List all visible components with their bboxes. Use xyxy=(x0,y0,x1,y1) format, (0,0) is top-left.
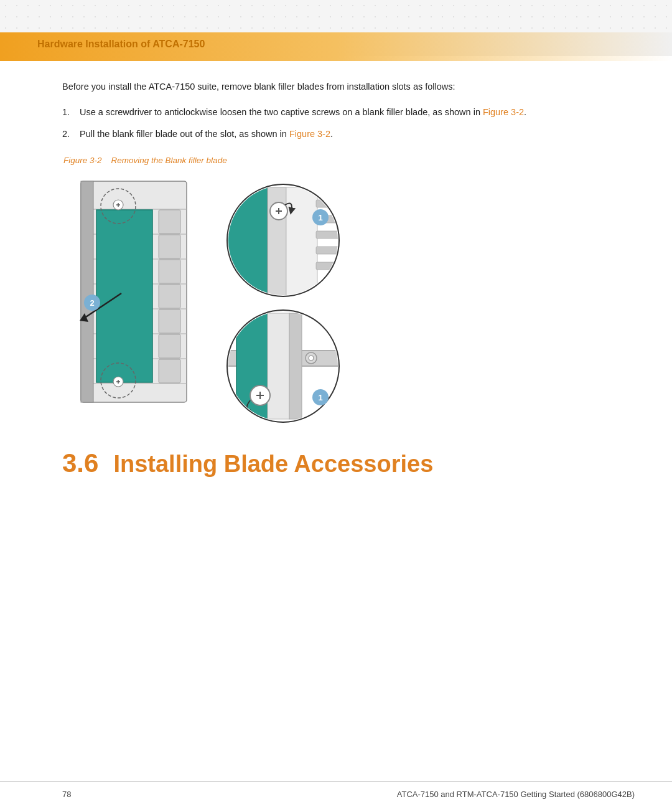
section-title: Installing Blade Accessories xyxy=(113,452,433,476)
svg-rect-10 xyxy=(159,235,180,258)
figure-title: Removing the Blank filler blade xyxy=(111,156,227,165)
figure-link-2[interactable]: Figure 3-2 xyxy=(289,129,330,139)
header-title-bar: Hardware Installation of ATCA-7150 xyxy=(0,32,672,56)
svg-rect-15 xyxy=(159,359,180,383)
chassis-diagram: 2 xyxy=(62,175,199,412)
svg-rect-16 xyxy=(96,210,152,382)
svg-rect-52 xyxy=(268,313,289,419)
header-title: Hardware Installation of ATCA-7150 xyxy=(37,39,205,50)
svg-text:1: 1 xyxy=(318,393,322,402)
svg-rect-35 xyxy=(316,200,341,207)
bottom-screw-diagram: 1 xyxy=(212,307,355,425)
document-title: ATCA-7150 and RTM-ATCA-7150 Getting Star… xyxy=(397,790,635,799)
svg-rect-11 xyxy=(159,260,180,283)
svg-point-44 xyxy=(330,200,336,206)
page-number: 78 xyxy=(62,790,71,799)
list-item: 1. Use a screwdriver to anticlockwise lo… xyxy=(62,105,622,120)
svg-point-55 xyxy=(309,356,314,361)
top-screw-diagram: 1 xyxy=(212,181,355,300)
section-number: 3.6 xyxy=(62,450,98,476)
svg-rect-12 xyxy=(159,285,180,308)
diagram-area: 2 xyxy=(62,175,622,425)
step-number: 1. xyxy=(62,105,80,120)
step-number: 2. xyxy=(62,127,80,141)
header-area: Hardware Installation of ATCA-7150 xyxy=(0,0,672,56)
step-text: Pull the blank filler blade out of the s… xyxy=(80,127,622,141)
svg-rect-53 xyxy=(289,313,302,419)
svg-rect-9 xyxy=(159,210,180,234)
main-content: Before you install the ATCA-7150 suite, … xyxy=(0,61,672,495)
step-text: Use a screwdriver to anticlockwise loose… xyxy=(80,105,622,120)
right-diagrams: 1 xyxy=(212,181,355,425)
svg-rect-14 xyxy=(159,334,180,358)
svg-rect-32 xyxy=(224,187,268,296)
figure-link-1[interactable]: Figure 3-2 xyxy=(483,107,524,117)
svg-rect-17 xyxy=(81,181,93,402)
orange-divider xyxy=(0,56,672,61)
figure-caption: Figure 3-2 Removing the Blank filler bla… xyxy=(63,156,622,165)
svg-text:1: 1 xyxy=(318,213,322,222)
left-diagram: 2 xyxy=(62,175,199,412)
figure-label: Figure 3-2 xyxy=(63,156,102,165)
intro-paragraph: Before you install the ATCA-7150 suite, … xyxy=(62,80,622,94)
svg-text:2: 2 xyxy=(90,298,94,308)
svg-rect-13 xyxy=(159,309,180,333)
list-item: 2. Pull the blank filler blade out of th… xyxy=(62,127,622,141)
svg-rect-39 xyxy=(316,262,341,270)
footer: 78 ATCA-7150 and RTM-ATCA-7150 Getting S… xyxy=(0,781,672,807)
svg-rect-37 xyxy=(316,231,341,238)
section-heading: 3.6 Installing Blade Accessories xyxy=(62,450,622,476)
steps-list: 1. Use a screwdriver to anticlockwise lo… xyxy=(62,105,622,141)
